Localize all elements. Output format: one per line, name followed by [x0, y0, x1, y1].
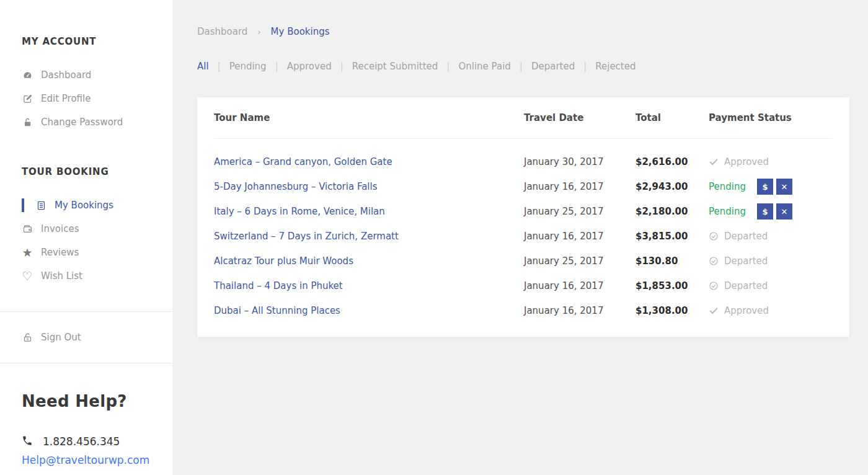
- row-actions: $✕: [757, 179, 792, 195]
- circle-check-icon: [709, 281, 719, 291]
- tour-link[interactable]: Alcatraz Tour plus Muir Woods: [214, 255, 353, 267]
- status-label: Departed: [724, 231, 768, 242]
- sidebar-item-edit-profile[interactable]: Edit Profile: [0, 87, 172, 110]
- tour-link[interactable]: Dubai – All Stunning Places: [214, 305, 340, 316]
- payment-status-cell: Approved: [709, 156, 833, 167]
- tour-name-cell: Switzerland – 7 Days in Zurich, Zermatt: [214, 231, 524, 242]
- tour-link[interactable]: Thailand – 4 Days in Phuket: [214, 280, 343, 291]
- tab-departed[interactable]: Departed: [531, 61, 575, 72]
- payment-status-cell: Departed: [709, 231, 833, 242]
- bookings-icon: [35, 200, 46, 211]
- circle-check-icon: [709, 231, 719, 241]
- tab-separator: |: [583, 61, 587, 72]
- check-icon: [709, 306, 719, 316]
- sidebar-item-dashboard[interactable]: Dashboard: [0, 63, 172, 87]
- tour-link[interactable]: Switzerland – 7 Days in Zurich, Zermatt: [214, 231, 399, 242]
- phone-icon: [22, 435, 34, 448]
- status-filter-tabs: All|Pending|Approved|Receipt Submitted|O…: [172, 37, 868, 72]
- status-label: Approved: [724, 156, 769, 167]
- check-icon: [709, 157, 719, 167]
- table-row: America – Grand canyon, Golden GateJanua…: [214, 149, 833, 174]
- sidebar-item-label: Reviews: [41, 247, 79, 258]
- section-title-my-account: MY ACCOUNT: [0, 0, 172, 47]
- breadcrumb-current: My Bookings: [271, 26, 330, 37]
- tour-name-cell: Italy – 6 Days in Rome, Venice, Milan: [214, 206, 524, 217]
- total-cell: $130.80: [636, 255, 709, 267]
- total-cell: $1,308.00: [636, 305, 709, 316]
- table-row: Alcatraz Tour plus Muir WoodsJanuary 25,…: [214, 249, 833, 273]
- dashboard-icon: [22, 69, 33, 81]
- tour-link[interactable]: America – Grand canyon, Golden Gate: [214, 156, 392, 167]
- sidebar-nav: My BookingsInvoices★Reviews♡Wish List: [0, 193, 172, 288]
- sidebar-nav: DashboardEdit ProfileChange Password: [0, 63, 172, 134]
- column-header-tour-name: Tour Name: [214, 112, 524, 123]
- tab-all[interactable]: All: [197, 61, 209, 72]
- tab-online-paid[interactable]: Online Paid: [458, 61, 510, 72]
- sidebar-item-change-password[interactable]: Change Password: [0, 110, 172, 134]
- table-row: Thailand – 4 Days in PhuketJanuary 16, 2…: [214, 273, 833, 298]
- edit-icon: [22, 93, 33, 104]
- sidebar-item-sign-out[interactable]: Sign Out: [0, 319, 172, 356]
- help-phone-number: 1.828.456.345: [43, 435, 120, 448]
- status-label: Approved: [724, 305, 769, 316]
- tab-rejected[interactable]: Rejected: [595, 61, 636, 72]
- help-email-link[interactable]: Help@traveltourwp.com: [0, 454, 172, 466]
- tour-name-cell: America – Grand canyon, Golden Gate: [214, 156, 524, 167]
- need-help-title: Need Help?: [0, 363, 172, 411]
- breadcrumb: Dashboard › My Bookings: [172, 0, 868, 37]
- column-header-total: Total: [636, 112, 709, 123]
- sidebar-item-label: Dashboard: [41, 69, 91, 81]
- sidebar-item-reviews[interactable]: ★Reviews: [0, 241, 172, 264]
- total-cell: $2,943.00: [636, 181, 709, 192]
- tab-separator: |: [275, 61, 278, 72]
- unlock-icon: [22, 332, 33, 343]
- travel-date-cell: January 30, 2017: [524, 156, 636, 167]
- wallet-icon: [22, 223, 33, 234]
- tab-pending[interactable]: Pending: [229, 61, 267, 72]
- sidebar-item-my-bookings[interactable]: My Bookings: [0, 193, 172, 217]
- payment-status-cell: Pending$✕: [709, 179, 833, 195]
- sidebar-item-label: My Bookings: [55, 200, 113, 211]
- lock-icon: [22, 117, 33, 128]
- total-cell: $1,853.00: [636, 280, 709, 291]
- status-label: Departed: [724, 255, 768, 267]
- pay-button[interactable]: $: [757, 179, 773, 195]
- sidebar-item-invoices[interactable]: Invoices: [0, 217, 172, 241]
- circle-check-icon: [709, 256, 719, 266]
- sidebar: MY ACCOUNTDashboardEdit ProfileChange Pa…: [0, 0, 172, 475]
- table-header-row: Tour Name Travel Date Total Payment Stat…: [214, 97, 833, 139]
- column-header-travel-date: Travel Date: [524, 112, 636, 123]
- sidebar-item-wish-list[interactable]: ♡Wish List: [0, 264, 172, 288]
- table-row: 5-Day Johannesburg – Victoria FallsJanua…: [214, 174, 833, 199]
- payment-status-cell: Approved: [709, 305, 833, 316]
- status-label: Pending: [709, 206, 746, 217]
- active-indicator-bar: [22, 198, 24, 212]
- tab-separator: |: [340, 61, 343, 72]
- tab-receipt-submitted[interactable]: Receipt Submitted: [352, 61, 438, 72]
- tab-separator: |: [520, 61, 523, 72]
- travel-date-cell: January 16, 2017: [524, 305, 636, 316]
- pay-button[interactable]: $: [757, 203, 773, 220]
- column-header-payment-status: Payment Status: [709, 112, 833, 123]
- travel-date-cell: January 25, 2017: [524, 206, 636, 217]
- help-phone-row: 1.828.456.345: [0, 435, 172, 448]
- tour-name-cell: Dubai – All Stunning Places: [214, 305, 524, 316]
- tab-approved[interactable]: Approved: [287, 61, 332, 72]
- status-label: Pending: [709, 181, 746, 192]
- table-body: America – Grand canyon, Golden GateJanua…: [214, 139, 833, 323]
- breadcrumb-dashboard[interactable]: Dashboard: [197, 26, 247, 37]
- tour-link[interactable]: 5-Day Johannesburg – Victoria Falls: [214, 181, 377, 192]
- breadcrumb-separator: ›: [257, 27, 260, 37]
- sidebar-item-label: Invoices: [41, 223, 79, 234]
- row-actions: $✕: [757, 203, 792, 220]
- sidebar-item-label: Wish List: [41, 270, 82, 282]
- total-cell: $2,180.00: [636, 206, 709, 217]
- tour-name-cell: Thailand – 4 Days in Phuket: [214, 280, 524, 291]
- table-row: Dubai – All Stunning PlacesJanuary 16, 2…: [214, 298, 833, 323]
- tour-link[interactable]: Italy – 6 Days in Rome, Venice, Milan: [214, 206, 385, 217]
- cancel-button[interactable]: ✕: [776, 179, 792, 195]
- cancel-button[interactable]: ✕: [776, 203, 792, 220]
- tour-name-cell: 5-Day Johannesburg – Victoria Falls: [214, 181, 524, 192]
- payment-status-cell: Pending$✕: [709, 203, 833, 220]
- bookings-table-card: Tour Name Travel Date Total Payment Stat…: [197, 97, 849, 337]
